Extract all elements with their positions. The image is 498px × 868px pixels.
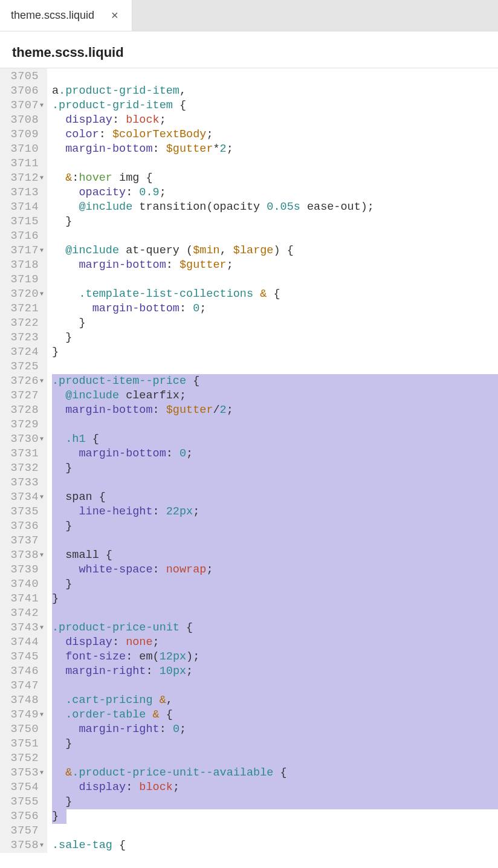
line-number: 3745 <box>1 650 46 664</box>
line-number: 3733 <box>1 476 46 490</box>
fold-toggle-icon[interactable]: ▼ <box>39 99 45 113</box>
fold-toggle-icon[interactable]: ▼ <box>39 374 45 389</box>
code-line[interactable]: .product-item--price { <box>52 374 498 389</box>
code-line[interactable]: } <box>52 331 498 345</box>
code-line[interactable]: margin-bottom: $gutter; <box>52 258 498 273</box>
close-icon[interactable]: × <box>109 7 121 24</box>
line-number: 3712▼ <box>1 171 46 186</box>
line-number: 3748 <box>1 693 46 708</box>
line-number: 3752 <box>1 751 46 766</box>
line-number: 3726▼ <box>1 374 46 389</box>
code-line[interactable]: margin-bottom: $gutter/2; <box>52 403 498 418</box>
line-number: 3736 <box>1 519 46 534</box>
code-line[interactable]: a.product-grid-item, <box>52 84 498 99</box>
code-line[interactable]: } <box>52 795 498 809</box>
code-line[interactable]: .sale-tag { <box>52 838 498 853</box>
code-line[interactable]: } <box>52 345 498 360</box>
code-line[interactable] <box>52 70 498 84</box>
code-line[interactable] <box>52 476 498 490</box>
line-number: 3715 <box>1 215 46 229</box>
code-line[interactable]: } <box>52 592 498 606</box>
fold-toggle-icon[interactable]: ▼ <box>39 548 45 563</box>
code-line[interactable]: .product-grid-item { <box>52 99 498 113</box>
line-number: 3718 <box>1 258 46 273</box>
code-line[interactable]: display: block; <box>52 780 498 795</box>
line-number: 3743▼ <box>1 621 46 635</box>
fold-toggle-icon[interactable]: ▼ <box>39 490 45 505</box>
code-line[interactable] <box>52 157 498 171</box>
code-line[interactable] <box>52 679 498 693</box>
code-line[interactable]: margin-right: 10px; <box>52 664 498 679</box>
line-number: 3705 <box>1 70 46 84</box>
code-line[interactable]: display: none; <box>52 635 498 650</box>
code-line[interactable] <box>52 606 498 621</box>
fold-toggle-icon[interactable]: ▼ <box>39 838 45 853</box>
code-line[interactable] <box>52 273 498 287</box>
code-line[interactable]: .cart-pricing &, <box>52 693 498 708</box>
line-number: 3755 <box>1 795 46 809</box>
code-line[interactable]: margin-bottom: 0; <box>52 302 498 316</box>
code-line[interactable]: white-space: nowrap; <box>52 563 498 577</box>
code-line[interactable] <box>52 751 498 766</box>
code-line[interactable]: span { <box>52 490 498 505</box>
code-line[interactable]: margin-bottom: 0; <box>52 447 498 461</box>
code-line[interactable] <box>52 229 498 244</box>
code-line[interactable]: .h1 { <box>52 432 498 447</box>
fold-toggle-icon[interactable]: ▼ <box>39 432 45 447</box>
tab-label: theme.scss.liquid <box>11 9 94 22</box>
code-line[interactable]: } <box>52 316 498 331</box>
tab-bar: theme.scss.liquid × <box>0 0 498 31</box>
line-number: 3734▼ <box>1 490 46 505</box>
line-number: 3724 <box>1 345 46 360</box>
line-number: 3707▼ <box>1 99 46 113</box>
code-line[interactable]: @include transition(opacity 0.05s ease-o… <box>52 200 498 215</box>
line-number: 3754 <box>1 780 46 795</box>
code-line[interactable]: margin-bottom: $gutter*2; <box>52 142 498 157</box>
code-line[interactable]: font-size: em(12px); <box>52 650 498 664</box>
code-line[interactable]: } <box>52 519 498 534</box>
code-line[interactable]: margin-right: 0; <box>52 722 498 737</box>
fold-toggle-icon[interactable]: ▼ <box>39 287 45 302</box>
code-line[interactable]: } <box>52 215 498 229</box>
code-line[interactable] <box>52 534 498 548</box>
line-number: 3722 <box>1 316 46 331</box>
code-line[interactable]: } <box>52 461 498 476</box>
fold-toggle-icon[interactable]: ▼ <box>39 766 45 780</box>
code-line[interactable]: display: block; <box>52 113 498 128</box>
code-area[interactable]: a.product-grid-item,.product-grid-item {… <box>47 68 498 853</box>
code-line[interactable]: line-height: 22px; <box>52 505 498 519</box>
file-header: theme.scss.liquid <box>0 31 498 68</box>
code-line[interactable]: } <box>52 809 498 824</box>
code-line[interactable]: .product-price-unit { <box>52 621 498 635</box>
line-number: 3714 <box>1 200 46 215</box>
code-editor[interactable]: 370537063707▼37083709371037113712▼371337… <box>0 68 498 853</box>
code-line[interactable]: .order-table & { <box>52 708 498 722</box>
code-line[interactable] <box>52 824 498 838</box>
code-line[interactable]: opacity: 0.9; <box>52 186 498 200</box>
code-line[interactable]: } <box>52 737 498 751</box>
code-line[interactable]: } <box>52 577 498 592</box>
tab-theme-scss[interactable]: theme.scss.liquid × <box>0 0 132 31</box>
line-number: 3750 <box>1 722 46 737</box>
code-line[interactable] <box>52 360 498 374</box>
code-line[interactable]: small { <box>52 548 498 563</box>
fold-toggle-icon[interactable]: ▼ <box>39 171 45 186</box>
fold-toggle-icon[interactable]: ▼ <box>39 244 45 258</box>
line-number: 3711 <box>1 157 46 171</box>
fold-toggle-icon[interactable]: ▼ <box>39 708 45 722</box>
line-number: 3747 <box>1 679 46 693</box>
code-line[interactable] <box>52 418 498 432</box>
code-line[interactable]: &:hover img { <box>52 171 498 186</box>
code-line[interactable]: .template-list-collections & { <box>52 287 498 302</box>
line-number: 3708 <box>1 113 46 128</box>
line-number: 3742 <box>1 606 46 621</box>
code-line[interactable]: @include at-query ($min, $large) { <box>52 244 498 258</box>
line-number: 3753▼ <box>1 766 46 780</box>
fold-toggle-icon[interactable]: ▼ <box>39 621 45 635</box>
code-line[interactable]: color: $colorTextBody; <box>52 128 498 142</box>
code-line[interactable]: &.product-price-unit--available { <box>52 766 498 780</box>
code-line[interactable]: @include clearfix; <box>52 389 498 403</box>
line-number: 3725 <box>1 360 46 374</box>
line-number: 3737 <box>1 534 46 548</box>
line-number: 3729 <box>1 418 46 432</box>
